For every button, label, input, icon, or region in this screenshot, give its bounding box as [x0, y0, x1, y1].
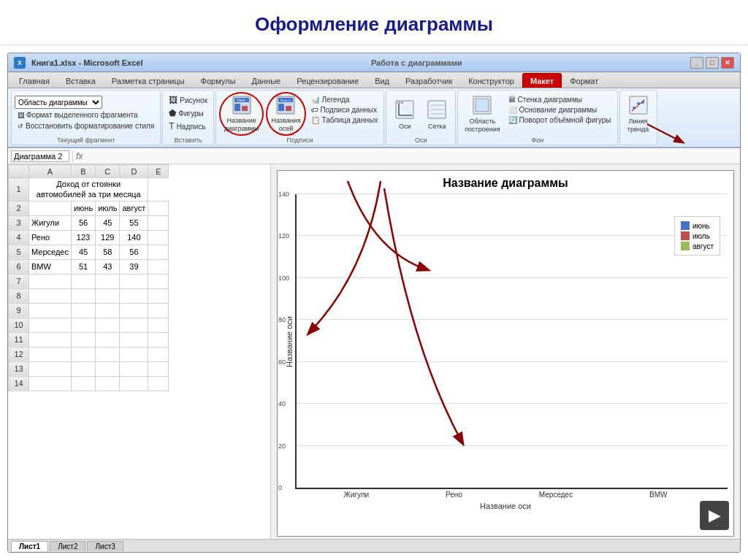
legend-item-august: август	[681, 242, 714, 250]
close-button[interactable]: ✕	[721, 57, 734, 69]
group-label-insert: Вставить	[163, 137, 213, 144]
table-row: 4 Рено 123 129 140	[9, 230, 169, 245]
group-label-labels: Подписи	[216, 137, 383, 144]
svg-rect-8	[286, 106, 291, 111]
tab-developer[interactable]: Разработчик	[397, 73, 460, 88]
window-title: Книга1.xlsx - Microsoft Excel	[31, 58, 142, 67]
axes-button[interactable]: Оси Оси	[389, 92, 420, 136]
sheet-tab-1[interactable]: Лист1	[11, 541, 48, 551]
3d-rotation-button[interactable]: 🔄Поворот объёмной фигуры	[505, 115, 614, 125]
name-box[interactable]	[11, 150, 69, 162]
chart-area-dropdown[interactable]: Область диаграммы	[15, 96, 102, 109]
chart-title: Название диаграммы	[283, 177, 728, 190]
col-header-d: D	[120, 165, 148, 178]
excel-window: X Книга1.xlsx - Microsoft Excel Работа с…	[7, 53, 741, 553]
chart-container: Название диаграммы Название оси 02040608…	[271, 164, 740, 550]
tab-formulas[interactable]: Формулы	[193, 73, 244, 88]
legend-item-july: июль	[681, 231, 714, 240]
chart-title-button[interactable]: Назв Названиедиаграммы	[219, 92, 264, 136]
svg-rect-3	[242, 106, 248, 111]
group-label-current: Текущий фрагмент	[12, 137, 160, 144]
chart-floor-button[interactable]: ⬜Основание диаграммы	[505, 105, 614, 115]
svg-rect-7	[278, 104, 284, 111]
legend-color-august	[681, 242, 690, 250]
col-header-e: E	[148, 165, 169, 178]
plot-area-button[interactable]: Областьпостроения	[461, 92, 503, 136]
maximize-button[interactable]: □	[706, 57, 719, 69]
x-axis-title: Название оси	[283, 502, 728, 510]
ribbon-group-insert: 🖼Рисунок ⬟Фигуры TНадпись Вставить	[162, 90, 214, 145]
tab-layout[interactable]: Макет	[522, 73, 562, 88]
format-selection-button[interactable]: 🖼 Формат выделенного фрагмента	[15, 110, 157, 120]
table-row: 10	[9, 318, 169, 332]
col-header-b: B	[71, 165, 95, 178]
data-grid: A B C D E 1 Доход от стоянкиавтомобилей …	[8, 164, 169, 391]
excel-icon: X	[14, 57, 26, 69]
svg-point-22	[633, 107, 636, 110]
ribbon-group-current-fragment: Область диаграммы 🖼 Формат выделенного ф…	[11, 90, 161, 145]
picture-button[interactable]: 🖼Рисунок	[166, 94, 210, 106]
data-table-button[interactable]: 📋Таблица данных	[308, 115, 381, 125]
tab-format[interactable]: Формат	[562, 73, 606, 88]
legend-color-july	[681, 231, 690, 240]
chart-wall-button[interactable]: 🏛Стенка диаграммы	[505, 95, 614, 104]
diagram-tools-label: Работа с диаграммами	[371, 58, 462, 67]
window-controls: _ □ ✕	[690, 57, 734, 69]
chart-plot: 020406080100120140 июнь	[295, 194, 728, 489]
legend: июнь июль август	[674, 216, 720, 256]
svg-rect-2	[234, 104, 240, 111]
table-row: 11	[9, 332, 169, 347]
tab-review[interactable]: Рецензирование	[289, 73, 367, 88]
table-row: 7	[9, 274, 169, 288]
legend-item-june: июнь	[681, 221, 714, 230]
col-header-a: A	[29, 165, 72, 178]
ribbon-group-trendline: Линиятренда	[619, 90, 657, 145]
table-row: 1 Доход от стоянкиавтомобилей за три мес…	[9, 178, 169, 202]
title-bar: X Книга1.xlsx - Microsoft Excel Работа с…	[8, 53, 740, 72]
sheet-tab-2[interactable]: Лист2	[50, 541, 85, 551]
table-row: 9	[9, 303, 169, 318]
col-header-c: C	[96, 165, 120, 178]
table-row: 5 Мерседес 45 58 56	[9, 245, 169, 259]
legend-color-june	[681, 221, 690, 230]
page-title: Оформление диаграммы	[0, 0, 748, 45]
gridlines-button[interactable]: Сетка	[421, 92, 452, 136]
formula-bar: fx	[8, 148, 740, 164]
tab-constructor[interactable]: Конструктор	[460, 73, 522, 88]
sheet-tabs: Лист1 Лист2 Лист3	[8, 539, 740, 552]
fx-label: fx	[76, 151, 83, 161]
formula-input[interactable]	[85, 152, 737, 161]
text-box-button[interactable]: TНадпись	[166, 120, 210, 132]
tab-home[interactable]: Главная	[11, 73, 58, 88]
svg-text:Назв ос: Назв ос	[280, 99, 291, 102]
tab-page-layout[interactable]: Разметка страницы	[104, 73, 193, 88]
tab-insert[interactable]: Вставка	[58, 73, 104, 88]
group-label-background: Фон	[458, 137, 617, 144]
table-row: 12	[9, 347, 169, 361]
table-row: 2 июнь июль август	[9, 201, 169, 215]
legend-button[interactable]: 📊Легенда	[308, 95, 381, 104]
svg-point-23	[637, 102, 640, 105]
svg-text:Оси: Оси	[397, 100, 403, 104]
ribbon: Область диаграммы 🖼 Формат выделенного ф…	[8, 88, 740, 148]
grid-container: A B C D E 1 Доход от стоянкиавтомобилей …	[8, 164, 271, 550]
table-row: 8	[9, 288, 169, 303]
corner-header	[9, 165, 29, 178]
next-button[interactable]: ▶	[700, 501, 729, 530]
restore-style-button[interactable]: ↺ Восстановить форматирование стиля	[15, 121, 157, 131]
trendline-button[interactable]: Линиятренда	[623, 92, 654, 136]
axis-titles-button[interactable]: Назв ос Названияосей	[266, 92, 305, 136]
x-axis-labels: Жигули Рено Мерседес BMW	[283, 489, 728, 500]
spreadsheet-area: A B C D E 1 Доход от стоянкиавтомобилей …	[8, 164, 740, 550]
tab-bar: Главная Вставка Разметка страницы Формул…	[8, 72, 740, 88]
chart-box[interactable]: Название диаграммы Название оси 02040608…	[277, 170, 734, 537]
ribbon-group-axes: Оси Оси Сетка	[386, 90, 456, 145]
tab-view[interactable]: Вид	[367, 73, 397, 88]
chart-inner: Название оси 020406080100120140	[283, 194, 728, 489]
sheet-tab-3[interactable]: Лист3	[87, 541, 123, 551]
tab-data[interactable]: Данные	[243, 73, 289, 88]
data-labels-button[interactable]: 🏷Подписи данных	[308, 105, 381, 115]
minimize-button[interactable]: _	[690, 57, 703, 69]
table-row: 14	[9, 376, 169, 391]
shapes-button[interactable]: ⬟Фигуры	[166, 107, 210, 119]
